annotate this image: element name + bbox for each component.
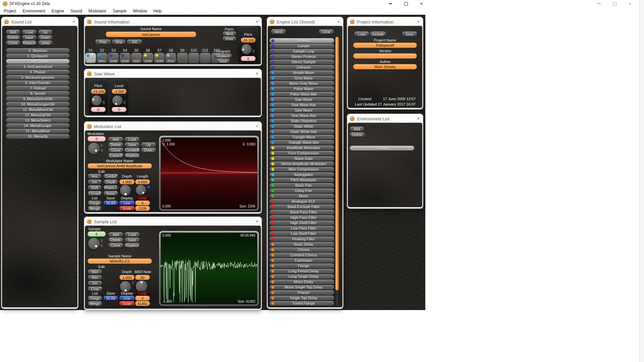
- sample-line-button[interactable]: Line: [119, 296, 135, 300]
- menu-item[interactable]: Environment: [21, 8, 46, 14]
- sound-slot[interactable]: S4SmM: [120, 48, 130, 63]
- parm-next-button[interactable]: Next: [223, 32, 236, 36]
- engine-list-item[interactable]: Pulse Wave Adv: [270, 92, 334, 97]
- close-icon[interactable]: ×: [72, 19, 75, 24]
- slot-box[interactable]: WvU: [85, 53, 96, 63]
- clear-button[interactable]: Clear: [319, 29, 334, 34]
- modulator-rev-button[interactable]: Rev: [88, 174, 101, 179]
- sample-crop-button[interactable]: Crop: [88, 287, 102, 291]
- engine-list-item[interactable]: Long Single Delay: [270, 274, 334, 279]
- engine-list-item[interactable]: Single Tap Delay: [270, 296, 334, 300]
- modulator-clone-button[interactable]: Clone: [108, 148, 123, 153]
- sample-clone-button[interactable]: Clone: [108, 243, 123, 248]
- author-field[interactable]: Mark Sheeky: [353, 64, 417, 69]
- pitch-value-field[interactable]: -24.100: [241, 38, 256, 43]
- sample-name-field[interactable]: MotorB1-C2: [88, 258, 152, 264]
- modulator-inv-button[interactable]: Inv: [88, 180, 101, 184]
- close-icon[interactable]: ×: [337, 19, 340, 24]
- sample-load-button[interactable]: Load: [125, 232, 140, 237]
- button[interactable]: Up: [38, 30, 52, 35]
- modulator-index-knob[interactable]: [88, 143, 100, 154]
- engine-list-item[interactable]: Static White Adv: [270, 129, 334, 134]
- sample-replace-button[interactable]: Replace: [125, 243, 140, 248]
- list-item[interactable]: 15. MenuMove: [6, 129, 69, 133]
- sample-inv-button[interactable]: Inv: [88, 281, 102, 286]
- menu-item[interactable]: Sound: [69, 8, 83, 14]
- engine-list-item[interactable]: Mono Single Tap Delay: [270, 285, 334, 290]
- list-item[interactable]: 14. MenuEscape: [6, 123, 69, 128]
- slot-box[interactable]: AmM: [143, 53, 153, 63]
- engine-list-item[interactable]: High Shelf Filter: [270, 221, 334, 225]
- version-field[interactable]: [353, 53, 417, 59]
- modulator-combine-button[interactable]: Combine: [125, 148, 140, 153]
- modulator-loop-value-field[interactable]: 0: [135, 200, 150, 205]
- modulator-tscope-button[interactable]: TScope: [88, 191, 101, 196]
- sound-slot[interactable]: S1WvU: [85, 48, 96, 63]
- project-information-titlebar[interactable]: Project Information ×: [348, 18, 422, 26]
- modulator-merge-button[interactable]: Merge: [88, 206, 101, 211]
- list-item[interactable]: 7. Reload: [6, 86, 69, 90]
- sample-loop-value-field[interactable]: 0: [135, 296, 150, 301]
- environment-delete-button[interactable]: Delete: [350, 132, 365, 137]
- modulator-load-button[interactable]: Load: [125, 137, 140, 142]
- button[interactable]: Add: [6, 30, 20, 35]
- modulator-replace-button[interactable]: Replace: [125, 153, 140, 158]
- sample-index-knob[interactable]: [88, 238, 100, 249]
- engine-list-item[interactable]: Tuned Flange: [270, 301, 334, 306]
- list-item[interactable]: 9. MenuSelectOld: [6, 97, 69, 101]
- list-item[interactable]: 11. MenuMoveOld: [6, 107, 69, 112]
- list-item[interactable]: 2. IonCannon: [6, 59, 69, 64]
- list-item[interactable]: 0. StunGun: [6, 48, 69, 53]
- sample-purge-button[interactable]: Purge: [88, 296, 102, 301]
- engine-list-item[interactable]: Pitch Modulator: [270, 178, 334, 182]
- button[interactable]: Load: [22, 30, 36, 35]
- list-item[interactable]: 5. NuclearExplosion: [6, 75, 69, 80]
- sample-add-button[interactable]: Add: [108, 232, 123, 237]
- modulator-name-field[interactable]: IonCannon AmM Amplitude: [88, 163, 152, 169]
- modulator-expand-button[interactable]: Expand: [108, 153, 123, 158]
- sound-slot[interactable]: S10: [189, 48, 199, 63]
- engine-list-item[interactable]: Noise Gate: [270, 156, 334, 161]
- engine-list-item[interactable]: Basic Pan: [270, 183, 334, 188]
- sample-scale-button[interactable]: Scale: [119, 301, 135, 306]
- slot-box[interactable]: RvO: [165, 53, 176, 63]
- modulator-delete-button[interactable]: Delete: [108, 142, 123, 147]
- sample-rev-button[interactable]: Rev: [88, 275, 102, 280]
- stop-button[interactable]: Stop: [112, 40, 125, 44]
- saw-pitch-mod-field[interactable]: 0: [91, 107, 106, 112]
- saw-level-knob[interactable]: [112, 96, 122, 106]
- sample-depth-field[interactable]: 1.000: [119, 275, 135, 280]
- button[interactable]: Clone: [6, 41, 20, 45]
- engine-list-item[interactable]: Arpeggiator: [270, 172, 334, 177]
- engine-list-scrollbar[interactable]: [335, 37, 339, 305]
- app-titlebar[interactable]: SFXEngine v1.30 Zeta: [0, 0, 644, 7]
- engine-list-item[interactable]: Stereo Proteus: [270, 54, 334, 59]
- sample-list-titlebar[interactable]: Sample List ×: [85, 218, 261, 226]
- depth-value-field[interactable]: 1.000: [119, 179, 135, 184]
- sound-name-field[interactable]: IonCannon: [106, 32, 196, 37]
- close-icon[interactable]: ×: [417, 116, 420, 121]
- list-item[interactable]: 8. Secret: [6, 91, 69, 96]
- engine-list-item[interactable]: Band Pass Filter: [270, 210, 334, 215]
- list-item[interactable]: 13. MenuSelect: [6, 118, 69, 123]
- engine-list-item[interactable]: Stereo Amplitude Modulator: [270, 162, 334, 166]
- engine-list-item[interactable]: Sine Wave: [270, 108, 334, 113]
- sample-save-button[interactable]: Save: [125, 238, 140, 242]
- modulator-index-field[interactable]: 5: [88, 136, 106, 141]
- environment-add-button[interactable]: Add: [350, 127, 364, 131]
- maximize-button[interactable]: [399, 0, 413, 7]
- depth-knob[interactable]: [120, 185, 131, 196]
- sound-slot[interactable]: S2WvU: [97, 48, 107, 63]
- menu-item[interactable]: Project: [3, 8, 17, 14]
- engine-list-item[interactable]: Static White: [270, 124, 334, 129]
- saw-level-value-field[interactable]: -1.000: [112, 89, 126, 94]
- engine-list-item[interactable]: Delay Pan: [270, 188, 334, 193]
- saw-level-mod-field[interactable]: 0: [112, 107, 126, 112]
- play-button[interactable]: Play: [95, 40, 111, 44]
- slot-box[interactable]: [200, 53, 211, 63]
- engine-list-item[interactable]: Sine Wave Adv: [270, 113, 334, 118]
- modulator-noise-button[interactable]: Noise: [104, 191, 118, 196]
- list-item[interactable]: 4. Phaser: [6, 70, 69, 74]
- engine-list-item[interactable]: Triangle Wave: [270, 135, 334, 139]
- engine-list-item[interactable]: Analogue VCF: [270, 199, 334, 204]
